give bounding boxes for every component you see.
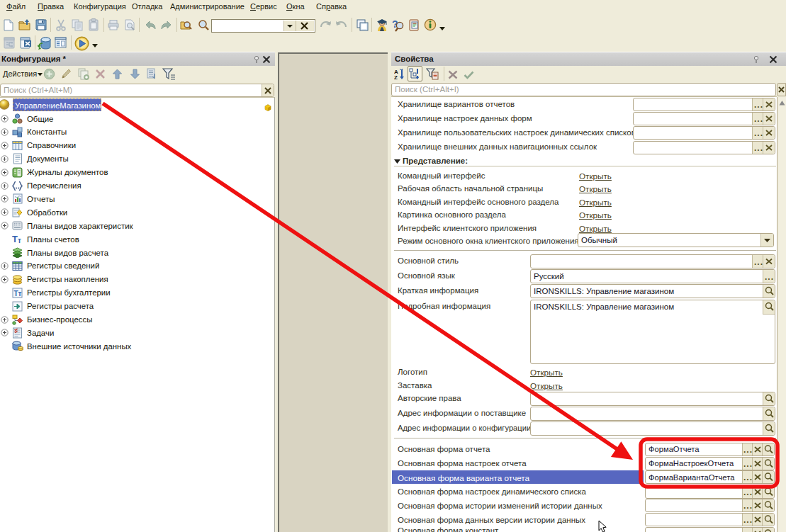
svg-text:Т: Т [12, 234, 18, 244]
svg-text:т: т [18, 237, 21, 244]
svg-text:Тт: Тт [14, 289, 22, 297]
svg-text:Z: Z [394, 74, 398, 81]
